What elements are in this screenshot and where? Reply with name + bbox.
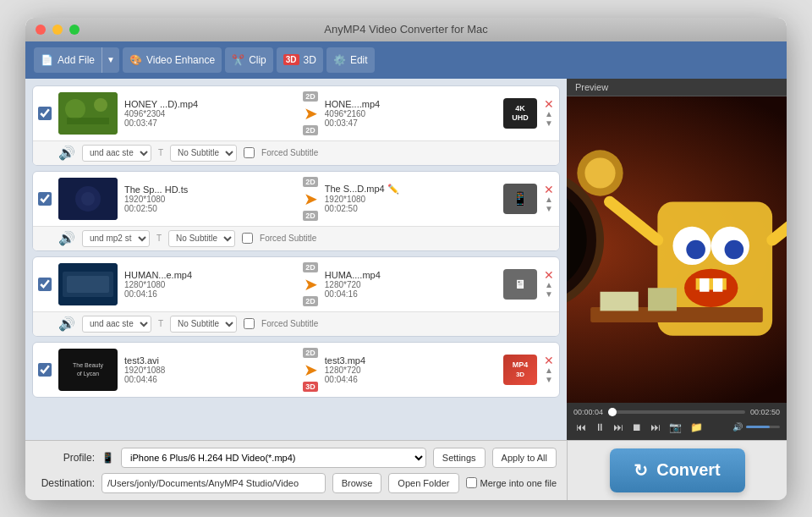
file-info-4: test3.avi 1920*108800:04:46	[124, 355, 296, 384]
apply-to-all-button[interactable]: Apply to All	[492, 448, 557, 468]
output-badge-2: 2D	[303, 211, 318, 221]
svg-point-3	[94, 98, 107, 112]
main-content: HONEY ...D).mp4 4096*230400:03:47 2D ➤ 2…	[25, 79, 787, 440]
remove-file-4[interactable]: ✕	[544, 355, 554, 366]
file-meta-4: 1920*108800:04:46	[124, 366, 296, 384]
item-controls-2: ✕ ▲ ▼	[544, 184, 554, 213]
add-file-label: Add File	[58, 54, 95, 66]
play-button[interactable]: ⏸	[592, 420, 607, 435]
bottom-left: Profile: 📱 iPhone 6 Plus/6 H.264 HD Vide…	[25, 441, 567, 500]
forced-subtitle-checkbox-2[interactable]	[242, 233, 253, 244]
move-up-2[interactable]: ▲	[545, 195, 553, 204]
convert-arrow-3: 2D ➤ 2D	[303, 262, 318, 306]
file-checkbox-1[interactable]	[38, 107, 52, 120]
destination-input[interactable]	[102, 473, 326, 493]
output-badge-4: 3D	[303, 382, 318, 392]
format-badge-3: 🖥	[503, 269, 537, 300]
add-file-button[interactable]: 📄 Add File	[34, 47, 102, 73]
snapshot-button[interactable]: 📷	[667, 420, 684, 435]
subtitle-select-3[interactable]: No Subtitle	[170, 316, 237, 333]
browse-button[interactable]: Browse	[332, 473, 382, 493]
maximize-button[interactable]	[69, 25, 80, 35]
item-arrows-1: ▲ ▼	[545, 110, 553, 128]
file-item-options-3: 🔊 und aac ste T No Subtitle Forced Subti…	[33, 311, 559, 336]
output-badge-3: 2D	[303, 296, 318, 306]
3d-button[interactable]: 3D 3D	[277, 47, 323, 73]
stop-button[interactable]: ⏹	[629, 420, 645, 435]
forced-subtitle-label-1: Forced Subtitle	[261, 148, 318, 157]
audio-icon-2: 🔊	[58, 230, 75, 246]
convert-label: Convert	[656, 460, 721, 480]
progress-thumb	[608, 408, 617, 416]
remove-file-2[interactable]: ✕	[544, 184, 554, 195]
video-enhance-button[interactable]: 🎨 Video Enhance	[123, 47, 222, 73]
convert-arrow-2: 2D ➤ 2D	[303, 177, 318, 221]
file-thumbnail-2	[58, 178, 118, 220]
settings-button[interactable]: Settings	[433, 448, 486, 468]
skip-forward-button[interactable]: ⏭	[611, 420, 626, 435]
svg-rect-29	[601, 291, 639, 311]
move-up-4[interactable]: ▲	[545, 366, 553, 375]
output-info-1: HONE....mp4 4096*216000:03:47	[325, 99, 497, 128]
svg-rect-24	[700, 278, 709, 291]
subtitle-select-1[interactable]: No Subtitle	[170, 145, 237, 162]
audio-select-1[interactable]: und aac ste	[82, 145, 151, 162]
bottom-right: ↻ Convert	[567, 441, 787, 500]
skip-back-button[interactable]: ⏮	[573, 420, 589, 435]
clip-button[interactable]: ✂️ Clip	[225, 47, 273, 73]
move-down-2[interactable]: ▼	[545, 205, 553, 213]
convert-arrow-4: 2D ➤ 3D	[303, 348, 318, 392]
window-title: AnyMP4 Video Converter for Mac	[324, 23, 487, 36]
file-checkbox-3[interactable]	[38, 278, 52, 291]
output-name-3: HUMA....mp4	[325, 270, 497, 280]
output-info-2: The S...D.mp4 ✏️ 1920*108000:02:50	[325, 184, 497, 213]
item-controls-1: ✕ ▲ ▼	[544, 98, 554, 128]
file-meta-3: 1280*108000:04:16	[124, 280, 296, 299]
file-checkbox-4[interactable]	[38, 363, 52, 377]
minimize-button[interactable]	[52, 25, 63, 35]
forced-subtitle-checkbox-3[interactable]	[244, 318, 255, 329]
close-button[interactable]	[36, 25, 46, 35]
file-item: HONEY ...D).mp4 4096*230400:03:47 2D ➤ 2…	[32, 85, 560, 166]
preview-video-content	[567, 96, 787, 403]
merge-checkbox[interactable]	[466, 477, 477, 488]
remove-file-3[interactable]: ✕	[544, 269, 554, 281]
remove-file-1[interactable]: ✕	[544, 98, 554, 110]
audio-icon-3: 🔊	[58, 316, 75, 332]
profile-select[interactable]: iPhone 6 Plus/6 H.264 HD Video(*.mp4)	[121, 448, 426, 468]
svg-rect-25	[713, 278, 722, 291]
audio-select-3[interactable]: und aac ste	[82, 316, 151, 333]
add-file-dropdown-button[interactable]: ▼	[102, 47, 119, 73]
file-item-3: HUMAN...e.mp4 1280*108000:04:16 2D ➤ 2D …	[32, 256, 560, 337]
file-item-main-1: HONEY ...D).mp4 4096*230400:03:47 2D ➤ 2…	[33, 86, 559, 140]
edit-button[interactable]: ⚙️ Edit	[326, 47, 375, 73]
svg-rect-2	[67, 118, 109, 124]
move-down-4[interactable]: ▼	[545, 376, 553, 384]
preview-panel: Preview	[567, 79, 787, 440]
output-meta-4: 1280*72000:04:46	[325, 366, 497, 384]
volume-bar[interactable]	[746, 426, 780, 428]
file-checkbox-2[interactable]	[38, 192, 52, 206]
file-item-2: The Sp... HD.ts 1920*108000:02:50 2D ➤ 2…	[32, 171, 560, 251]
convert-button[interactable]: ↻ Convert	[610, 448, 745, 492]
svg-point-21	[725, 239, 744, 259]
file-name-2: The Sp... HD.ts	[124, 184, 296, 195]
progress-bar[interactable]	[608, 410, 745, 414]
move-down-1[interactable]: ▼	[545, 119, 553, 128]
forced-subtitle-checkbox-1[interactable]	[244, 147, 255, 158]
move-up-3[interactable]: ▲	[545, 281, 553, 289]
folder-button[interactable]: 📁	[688, 420, 705, 435]
forced-subtitle-label-3: Forced Subtitle	[261, 319, 318, 328]
move-up-1[interactable]: ▲	[545, 110, 553, 118]
add-file-icon: 📄	[41, 54, 53, 66]
3d-icon: 3D	[283, 54, 299, 65]
audio-select-2[interactable]: und mp2 st	[82, 230, 150, 247]
3d-label: 3D	[304, 54, 316, 66]
next-button[interactable]: ⏭	[648, 420, 663, 435]
format-badge-4: MP43D	[503, 355, 537, 385]
subtitle-select-2[interactable]: No Subtitle	[168, 230, 235, 247]
svg-rect-10	[67, 276, 109, 293]
file-item-main-4: The Beautyof Lycan test3.avi 1920*108800…	[33, 343, 559, 397]
open-folder-button[interactable]: Open Folder	[388, 473, 458, 493]
move-down-3[interactable]: ▼	[545, 290, 553, 299]
